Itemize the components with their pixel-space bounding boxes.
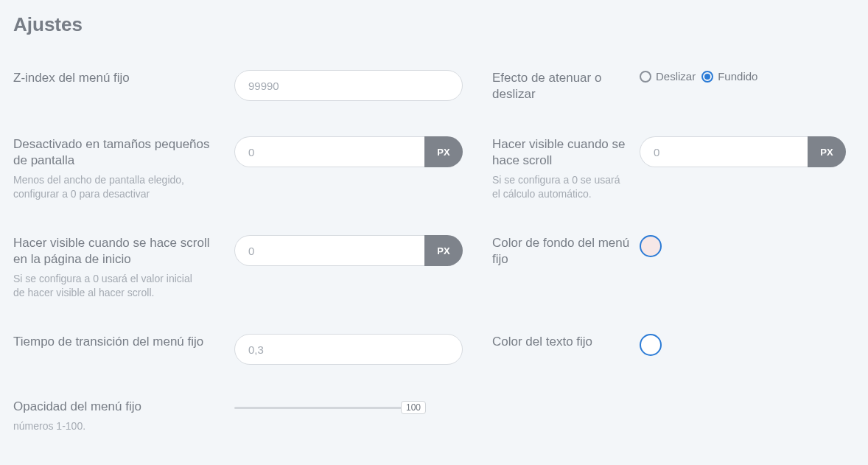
radio-label-deslizar: Deslizar xyxy=(656,70,696,83)
disable-small-helper: Menos del ancho de pantalla elegido, con… xyxy=(13,173,205,201)
px-suffix: PX xyxy=(424,136,463,167)
radio-label-fundido: Fundido xyxy=(718,70,757,83)
disable-small-label-block: Desactivado en tamaños pequeños de panta… xyxy=(13,136,234,201)
radio-icon xyxy=(640,71,651,83)
page-title: Ajustes xyxy=(13,13,855,36)
opacity-helper: números 1-100. xyxy=(13,419,205,433)
opacity-slider[interactable]: 100 xyxy=(234,399,426,416)
effect-label-block: Efecto de atenuar o deslizar xyxy=(492,70,640,102)
disable-small-control: PX xyxy=(234,136,463,167)
visible-scroll-home-label: Hacer visible cuando se hace scroll en l… xyxy=(13,235,223,268)
bgcolor-label-block: Color de fondo del menú fijo xyxy=(492,235,640,268)
disable-small-input[interactable] xyxy=(234,136,424,167)
effect-radio-fundido[interactable]: Fundido xyxy=(701,70,757,83)
effect-label: Efecto de atenuar o deslizar xyxy=(492,70,631,102)
visible-scroll-label: Hacer visible cuando se hace scroll xyxy=(492,136,631,169)
transition-label: Tiempo de transición del menú fijo xyxy=(13,334,223,350)
disable-small-label: Desactivado en tamaños pequeños de panta… xyxy=(13,136,223,169)
visible-scroll-home-control: PX xyxy=(234,235,463,266)
bgcolor-label: Color de fondo del menú fijo xyxy=(492,235,631,268)
zindex-label-block: Z-index del menú fijo xyxy=(13,70,234,86)
effect-radio-group: Deslizar Fundido xyxy=(640,70,846,83)
opacity-control: 100 xyxy=(234,399,463,416)
opacity-label: Opacidad del menú fijo xyxy=(13,399,223,415)
transition-input[interactable] xyxy=(234,334,463,365)
zindex-label: Z-index del menú fijo xyxy=(13,70,223,86)
transition-label-block: Tiempo de transición del menú fijo xyxy=(13,334,234,350)
px-suffix: PX xyxy=(424,235,463,266)
textcolor-label-block: Color del texto fijo xyxy=(492,334,640,350)
visible-scroll-input[interactable] xyxy=(640,136,808,167)
textcolor-control xyxy=(640,334,846,356)
px-suffix: PX xyxy=(808,136,846,167)
slider-knob[interactable]: 100 xyxy=(401,401,426,414)
zindex-control xyxy=(234,70,463,101)
textcolor-swatch[interactable] xyxy=(640,334,662,356)
zindex-input[interactable] xyxy=(234,70,463,101)
visible-scroll-home-helper: Si se configura a 0 usará el valor inici… xyxy=(13,272,205,300)
textcolor-label: Color del texto fijo xyxy=(492,334,631,350)
visible-scroll-helper: Si se configura a 0 se usará el cálculo … xyxy=(492,173,631,201)
slider-track xyxy=(234,407,426,409)
effect-radio-deslizar[interactable]: Deslizar xyxy=(640,70,696,83)
transition-control xyxy=(234,334,463,365)
settings-grid: Z-index del menú fijo Efecto de atenuar … xyxy=(13,70,855,433)
opacity-label-block: Opacidad del menú fijo números 1-100. xyxy=(13,399,234,433)
visible-scroll-home-label-block: Hacer visible cuando se hace scroll en l… xyxy=(13,235,234,300)
radio-icon xyxy=(701,71,713,83)
bgcolor-swatch[interactable] xyxy=(640,235,662,257)
visible-scroll-control: PX xyxy=(640,136,846,167)
visible-scroll-home-input[interactable] xyxy=(234,235,424,266)
bgcolor-control xyxy=(640,235,846,257)
visible-scroll-label-block: Hacer visible cuando se hace scroll Si s… xyxy=(492,136,640,201)
